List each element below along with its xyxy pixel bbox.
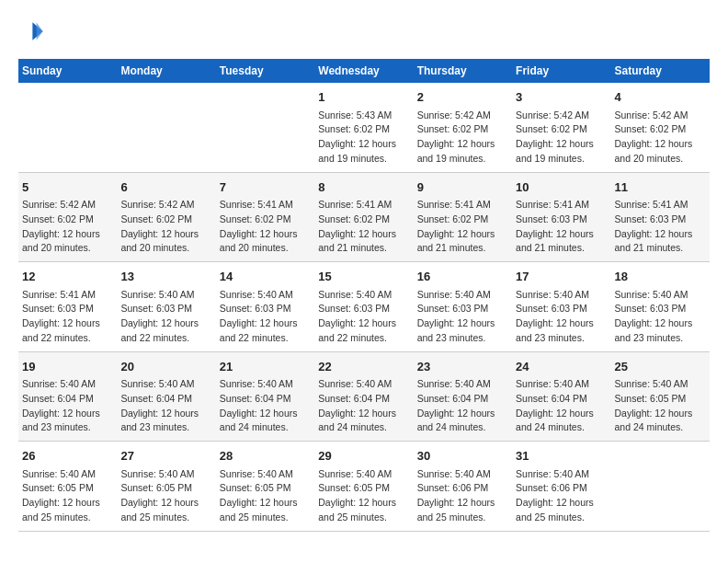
day-info: Sunrise: 5:40 AM Sunset: 6:04 PM Dayligh… [220, 377, 311, 435]
col-header-friday: Friday [512, 59, 610, 83]
day-info: Sunrise: 5:41 AM Sunset: 6:02 PM Dayligh… [220, 198, 311, 256]
day-number: 26 [22, 447, 113, 465]
day-number: 19 [22, 358, 113, 376]
calendar-cell: 15Sunrise: 5:40 AM Sunset: 6:03 PM Dayli… [314, 262, 413, 352]
calendar-cell: 28Sunrise: 5:40 AM Sunset: 6:05 PM Dayli… [216, 442, 314, 532]
logo [18, 18, 48, 44]
day-info: Sunrise: 5:41 AM Sunset: 6:02 PM Dayligh… [417, 198, 508, 256]
week-row-3: 12Sunrise: 5:41 AM Sunset: 6:03 PM Dayli… [18, 262, 710, 352]
calendar-cell: 14Sunrise: 5:40 AM Sunset: 6:03 PM Dayli… [216, 262, 314, 352]
day-number: 28 [220, 447, 311, 465]
calendar-cell: 29Sunrise: 5:40 AM Sunset: 6:05 PM Dayli… [314, 442, 413, 532]
day-number: 18 [615, 268, 706, 286]
calendar-cell: 11Sunrise: 5:41 AM Sunset: 6:03 PM Dayli… [611, 172, 710, 262]
calendar-cell: 23Sunrise: 5:40 AM Sunset: 6:04 PM Dayli… [414, 351, 512, 442]
calendar-cell: 31Sunrise: 5:40 AM Sunset: 6:06 PM Dayli… [512, 442, 610, 532]
day-number: 10 [516, 178, 607, 197]
day-number: 5 [22, 178, 113, 197]
calendar-cell: 22Sunrise: 5:40 AM Sunset: 6:04 PM Dayli… [314, 351, 413, 442]
col-header-sunday: Sunday [18, 59, 117, 83]
day-info: Sunrise: 5:40 AM Sunset: 6:05 PM Dayligh… [615, 377, 706, 435]
calendar-cell: 20Sunrise: 5:40 AM Sunset: 6:04 PM Dayli… [117, 351, 215, 442]
day-info: Sunrise: 5:40 AM Sunset: 6:03 PM Dayligh… [417, 288, 508, 346]
calendar-cell [611, 442, 710, 532]
col-header-wednesday: Wednesday [314, 59, 413, 83]
week-row-2: 5Sunrise: 5:42 AM Sunset: 6:02 PM Daylig… [18, 172, 710, 262]
col-header-thursday: Thursday [414, 59, 512, 83]
day-info: Sunrise: 5:41 AM Sunset: 6:02 PM Dayligh… [318, 198, 409, 256]
day-number: 12 [22, 268, 113, 286]
calendar-cell: 3Sunrise: 5:42 AM Sunset: 6:02 PM Daylig… [512, 83, 610, 172]
calendar-cell: 5Sunrise: 5:42 AM Sunset: 6:02 PM Daylig… [18, 172, 117, 262]
calendar-cell [18, 83, 117, 172]
day-info: Sunrise: 5:40 AM Sunset: 6:03 PM Dayligh… [220, 288, 311, 346]
calendar-cell: 19Sunrise: 5:40 AM Sunset: 6:04 PM Dayli… [18, 351, 117, 442]
calendar-cell: 1Sunrise: 5:43 AM Sunset: 6:02 PM Daylig… [314, 83, 413, 172]
day-info: Sunrise: 5:40 AM Sunset: 6:04 PM Dayligh… [22, 377, 113, 435]
day-info: Sunrise: 5:40 AM Sunset: 6:05 PM Dayligh… [120, 467, 211, 525]
day-info: Sunrise: 5:40 AM Sunset: 6:05 PM Dayligh… [220, 467, 311, 525]
col-header-saturday: Saturday [611, 59, 710, 83]
day-info: Sunrise: 5:40 AM Sunset: 6:03 PM Dayligh… [318, 288, 409, 346]
calendar-cell: 17Sunrise: 5:40 AM Sunset: 6:03 PM Dayli… [512, 262, 610, 352]
day-info: Sunrise: 5:41 AM Sunset: 6:03 PM Dayligh… [516, 198, 607, 256]
calendar-cell: 16Sunrise: 5:40 AM Sunset: 6:03 PM Dayli… [414, 262, 512, 352]
day-info: Sunrise: 5:42 AM Sunset: 6:02 PM Dayligh… [120, 198, 211, 256]
day-number: 4 [615, 88, 706, 107]
day-number: 1 [318, 88, 409, 107]
col-header-monday: Monday [117, 59, 215, 83]
calendar-cell [216, 83, 314, 172]
day-info: Sunrise: 5:42 AM Sunset: 6:02 PM Dayligh… [22, 198, 113, 256]
day-number: 25 [615, 358, 706, 376]
day-info: Sunrise: 5:40 AM Sunset: 6:06 PM Dayligh… [417, 467, 508, 525]
calendar-cell: 24Sunrise: 5:40 AM Sunset: 6:04 PM Dayli… [512, 351, 610, 442]
day-info: Sunrise: 5:40 AM Sunset: 6:03 PM Dayligh… [615, 288, 706, 346]
day-number: 23 [417, 358, 508, 376]
day-number: 22 [318, 358, 409, 376]
day-number: 7 [220, 178, 311, 197]
day-info: Sunrise: 5:40 AM Sunset: 6:06 PM Dayligh… [516, 467, 607, 525]
day-number: 24 [516, 358, 607, 376]
day-number: 2 [417, 88, 508, 107]
day-info: Sunrise: 5:40 AM Sunset: 6:05 PM Dayligh… [318, 467, 409, 525]
day-info: Sunrise: 5:40 AM Sunset: 6:04 PM Dayligh… [516, 377, 607, 435]
calendar-cell: 9Sunrise: 5:41 AM Sunset: 6:02 PM Daylig… [414, 172, 512, 262]
day-number: 3 [516, 88, 607, 107]
day-info: Sunrise: 5:42 AM Sunset: 6:02 PM Dayligh… [417, 109, 508, 167]
calendar-cell: 26Sunrise: 5:40 AM Sunset: 6:05 PM Dayli… [18, 442, 117, 532]
calendar-table: SundayMondayTuesdayWednesdayThursdayFrid… [18, 59, 710, 532]
calendar-cell: 6Sunrise: 5:42 AM Sunset: 6:02 PM Daylig… [117, 172, 215, 262]
calendar-cell: 2Sunrise: 5:42 AM Sunset: 6:02 PM Daylig… [414, 83, 512, 172]
day-info: Sunrise: 5:41 AM Sunset: 6:03 PM Dayligh… [615, 198, 706, 256]
day-info: Sunrise: 5:42 AM Sunset: 6:02 PM Dayligh… [615, 109, 706, 167]
col-header-tuesday: Tuesday [216, 59, 314, 83]
calendar-cell: 10Sunrise: 5:41 AM Sunset: 6:03 PM Dayli… [512, 172, 610, 262]
day-info: Sunrise: 5:40 AM Sunset: 6:04 PM Dayligh… [417, 377, 508, 435]
calendar-cell: 18Sunrise: 5:40 AM Sunset: 6:03 PM Dayli… [611, 262, 710, 352]
logo-icon [18, 18, 44, 44]
day-info: Sunrise: 5:40 AM Sunset: 6:04 PM Dayligh… [120, 377, 211, 435]
day-info: Sunrise: 5:40 AM Sunset: 6:04 PM Dayligh… [318, 377, 409, 435]
day-info: Sunrise: 5:42 AM Sunset: 6:02 PM Dayligh… [516, 109, 607, 167]
week-row-1: 1Sunrise: 5:43 AM Sunset: 6:02 PM Daylig… [18, 83, 710, 172]
calendar-cell: 30Sunrise: 5:40 AM Sunset: 6:06 PM Dayli… [414, 442, 512, 532]
day-number: 20 [120, 358, 211, 376]
day-number: 13 [120, 268, 211, 286]
day-number: 17 [516, 268, 607, 286]
day-number: 11 [615, 178, 706, 197]
calendar-cell: 13Sunrise: 5:40 AM Sunset: 6:03 PM Dayli… [117, 262, 215, 352]
day-info: Sunrise: 5:41 AM Sunset: 6:03 PM Dayligh… [22, 288, 113, 346]
calendar-cell: 4Sunrise: 5:42 AM Sunset: 6:02 PM Daylig… [611, 83, 710, 172]
calendar-cell: 27Sunrise: 5:40 AM Sunset: 6:05 PM Dayli… [117, 442, 215, 532]
svg-marker-1 [37, 22, 43, 40]
day-number: 30 [417, 447, 508, 465]
calendar-cell: 25Sunrise: 5:40 AM Sunset: 6:05 PM Dayli… [611, 351, 710, 442]
week-row-5: 26Sunrise: 5:40 AM Sunset: 6:05 PM Dayli… [18, 442, 710, 532]
calendar-cell: 8Sunrise: 5:41 AM Sunset: 6:02 PM Daylig… [314, 172, 413, 262]
day-info: Sunrise: 5:40 AM Sunset: 6:03 PM Dayligh… [516, 288, 607, 346]
calendar-cell: 12Sunrise: 5:41 AM Sunset: 6:03 PM Dayli… [18, 262, 117, 352]
day-info: Sunrise: 5:40 AM Sunset: 6:05 PM Dayligh… [22, 467, 113, 525]
day-info: Sunrise: 5:40 AM Sunset: 6:03 PM Dayligh… [120, 288, 211, 346]
day-number: 6 [120, 178, 211, 197]
page-header [18, 18, 710, 44]
